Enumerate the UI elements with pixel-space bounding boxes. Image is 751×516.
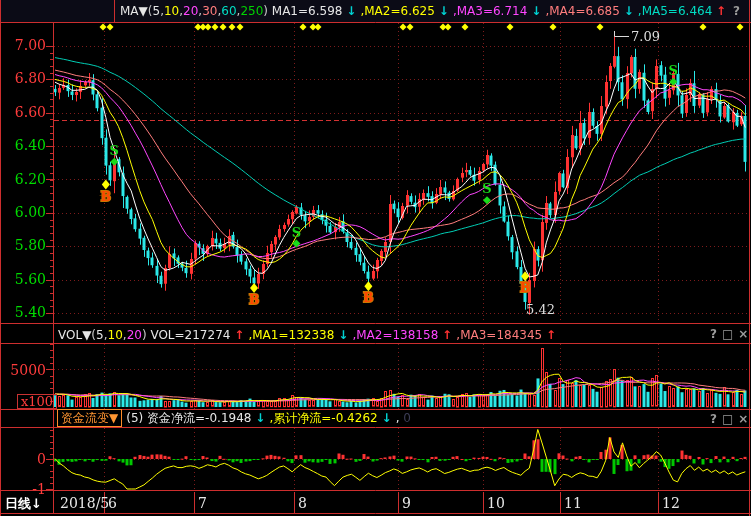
- vol-indicator-dropdown[interactable]: VOL▼: [58, 328, 91, 342]
- header-token: VOL=217274: [150, 328, 234, 342]
- header-token: 250: [240, 4, 263, 18]
- help-icon[interactable]: ?: [710, 412, 717, 426]
- maximize-icon[interactable]: □: [722, 327, 733, 341]
- help-icon[interactable]: ?: [733, 4, 740, 18]
- header-token: ,MA4=6.685: [545, 4, 623, 18]
- month-label: 6: [108, 495, 117, 511]
- header-token: MA1=6.598: [272, 4, 346, 18]
- header-token: 资金净流=-0.1948: [147, 411, 255, 425]
- help-icon[interactable]: ?: [710, 327, 717, 341]
- price-axis-label: 5.80: [4, 237, 46, 253]
- header-token: ↑: [546, 328, 556, 342]
- header-token: ↑: [234, 328, 248, 342]
- month-label: 2018/5: [60, 495, 109, 511]
- volume-header: VOL▼(5,10,20) VOL=217274 ↑ ,MA1=132338 ↓…: [58, 327, 556, 343]
- header-token: ,MA5=6.464: [638, 4, 716, 18]
- volume-multiplier-label: x100: [17, 394, 57, 409]
- flow-zero-label: 0: [4, 451, 46, 467]
- header-token: 5: [96, 328, 104, 342]
- header-token: ,累计净流=-0.4262: [269, 411, 381, 425]
- price-axis-label: 5.40: [4, 304, 46, 320]
- header-token: ,MA1=132338: [248, 328, 338, 342]
- header-token: ↓: [381, 411, 395, 425]
- flow-panel-icons: ?□×: [710, 412, 748, 426]
- close-icon[interactable]: ×: [738, 412, 748, 426]
- header-token: 20: [183, 4, 198, 18]
- price-axis-label: 6.20: [4, 171, 46, 187]
- header-token: ↓: [255, 411, 269, 425]
- header-token: (5): [126, 411, 147, 425]
- high-price-annotation: 7.09: [631, 29, 660, 44]
- header-token: ↓: [531, 4, 545, 18]
- header-token: ,MA3=184345: [456, 328, 546, 342]
- price-axis-label: 6.00: [4, 204, 46, 220]
- month-label: 7: [198, 495, 207, 511]
- header-token: ,MA3=6.714: [453, 4, 531, 18]
- period-selector[interactable]: 日线↓: [5, 495, 42, 513]
- flow-indicator-dropdown[interactable]: 资金流变▼: [57, 409, 122, 427]
- flow-header: 资金流变▼ (5) 资金净流=-0.1948 ↓ ,累计净流=-0.4262 ↓…: [57, 410, 411, 426]
- header-token: ↓: [338, 328, 352, 342]
- price-axis-label: 7.00: [4, 37, 46, 53]
- header-token: 10: [108, 328, 123, 342]
- header-token: 30: [202, 4, 217, 18]
- header-token: 0: [403, 411, 411, 425]
- price-axis-label: 5.60: [4, 271, 46, 287]
- header-token: ,MA2=138158: [352, 328, 442, 342]
- header-token: ): [263, 4, 272, 18]
- price-axis-label: 6.60: [4, 104, 46, 120]
- header-token: ,MA2=6.625: [360, 4, 438, 18]
- volume-grid-label: 5000: [4, 362, 46, 378]
- close-icon[interactable]: ×: [738, 327, 748, 341]
- maximize-icon[interactable]: □: [722, 412, 733, 426]
- header-token: 60: [221, 4, 236, 18]
- month-label: 10: [487, 495, 505, 511]
- month-label: 11: [564, 495, 582, 511]
- price-axis-label: 6.80: [4, 70, 46, 86]
- month-label: 8: [298, 495, 307, 511]
- header-token: ↓: [624, 4, 638, 18]
- header-token: ↑: [716, 4, 726, 18]
- period-label: 日线: [5, 496, 31, 511]
- header-token: ↓: [346, 4, 360, 18]
- header-token: 10: [164, 4, 179, 18]
- flow-header-values: (5) 资金净流=-0.1948 ↓ ,累计净流=-0.4262 ↓ , 0: [126, 410, 411, 426]
- trading-app-window: MA▼(5,10,20,30,60,250) MA1=6.598 ↓ ,MA2=…: [0, 0, 751, 516]
- header-token: ↑: [442, 328, 456, 342]
- price-axis-label: 6.40: [4, 137, 46, 153]
- low-price-annotation: 5.42: [526, 302, 555, 317]
- chart-canvas[interactable]: [0, 0, 751, 516]
- volume-panel-icons: ?□×: [710, 327, 748, 341]
- month-label: 12: [662, 495, 680, 511]
- header-token: 5: [152, 4, 160, 18]
- main-ma-header: MA▼(5,10,20,30,60,250) MA1=6.598 ↓ ,MA2=…: [120, 3, 726, 19]
- ma-indicator-dropdown[interactable]: MA▼: [120, 4, 148, 18]
- header-token: 20: [127, 328, 142, 342]
- month-label: 9: [402, 495, 411, 511]
- period-dropdown-arrow: ↓: [31, 496, 42, 511]
- header-token: ↓: [439, 4, 453, 18]
